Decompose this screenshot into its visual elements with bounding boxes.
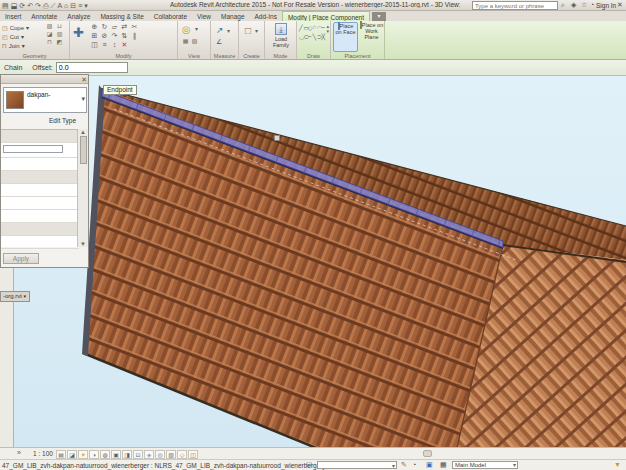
shadows-icon[interactable]: ◑	[89, 450, 99, 459]
create-group-icon[interactable]: □	[245, 25, 251, 36]
tab-analyze[interactable]: Analyze	[62, 11, 95, 21]
copy-icon[interactable]: ⊕	[90, 23, 99, 32]
sun-path-icon[interactable]: ☀	[78, 450, 88, 459]
filter-icon[interactable]: ▼	[614, 461, 621, 468]
beam-joins-icon[interactable]: ▥	[56, 31, 63, 38]
sign-in-button[interactable]: Sign In	[596, 2, 616, 9]
gray-inactive-icon[interactable]: ◔	[412, 461, 416, 468]
text-icon[interactable]: A	[57, 1, 62, 10]
unjoin-icon[interactable]: ⊓	[46, 39, 53, 46]
temporary-view-properties-icon[interactable]: ◇	[177, 450, 187, 459]
scale-icon[interactable]: ⇅	[120, 32, 129, 41]
join-button[interactable]: ⊓Join▾	[2, 41, 29, 50]
undo-icon[interactable]: ↶	[27, 1, 33, 10]
unpin-icon[interactable]: ◫	[90, 41, 99, 50]
detail-level-icon[interactable]: ▤	[56, 450, 66, 459]
property-value-input[interactable]	[3, 145, 63, 153]
cut-button[interactable]: ◰Cut▾	[2, 32, 29, 41]
status-bar-grip[interactable]	[423, 450, 432, 457]
property-row[interactable]	[1, 184, 79, 197]
close-icon[interactable]: ✕	[81, 75, 87, 84]
offset-input[interactable]	[56, 62, 128, 73]
property-row[interactable]	[1, 197, 79, 210]
menu-icon[interactable]: ▤	[2, 1, 9, 10]
offset-icon[interactable]: ⇄	[120, 23, 129, 32]
section-icon[interactable]: ⊟	[70, 1, 76, 10]
sync-icon[interactable]: ⟳	[19, 1, 25, 10]
design-option-dropdown[interactable]: Main Model▾	[452, 461, 518, 469]
active-workset-dropdown[interactable]: ▾	[317, 461, 397, 469]
editable-only-icon[interactable]: ✎	[401, 461, 407, 469]
hide-icon[interactable]: ▦	[182, 38, 189, 45]
crop-view-icon[interactable]: ▣	[111, 450, 121, 459]
communication-center-icon[interactable]: ◈	[571, 1, 576, 9]
tab-massing-site[interactable]: Massing & Site	[95, 11, 148, 21]
reveal-hidden-icon[interactable]: ◎	[155, 450, 165, 459]
property-row[interactable]	[1, 158, 79, 171]
tab-view[interactable]: View	[192, 11, 216, 21]
measure-tool-icon[interactable]: ↗	[216, 25, 224, 35]
qat-customize-icon[interactable]: ▾	[84, 1, 88, 10]
angle-icon[interactable]: ∠	[216, 38, 222, 46]
browser-expand-chevron[interactable]: »	[17, 449, 21, 456]
tab-insert[interactable]: Insert	[0, 11, 26, 21]
property-group-row[interactable]	[1, 223, 79, 236]
property-group-row[interactable]	[1, 171, 79, 184]
3d-view-icon[interactable]: ⌂	[64, 1, 68, 10]
redo-icon[interactable]: ↷	[35, 1, 41, 10]
temporary-hide-isolate-icon[interactable]: ◈	[144, 450, 154, 459]
search-input[interactable]	[472, 1, 558, 10]
override-icon[interactable]: ▧	[191, 38, 198, 45]
design-options-icon[interactable]: ▣	[426, 461, 433, 469]
property-group-row[interactable]	[1, 130, 79, 143]
show-crop-icon[interactable]: ◨	[122, 450, 132, 459]
draw-scroll-arrows[interactable]: ▴▾	[326, 24, 329, 34]
wall-joins-icon[interactable]: ◪	[46, 31, 53, 38]
trim-icon[interactable]: ⊘	[100, 32, 109, 41]
draw-cross-icon[interactable]: ╳	[322, 33, 327, 42]
worksharing-display-icon[interactable]: ▥	[166, 450, 176, 459]
delete-icon[interactable]: ✕	[120, 41, 129, 50]
tab-add-ins[interactable]: Add-Ins	[250, 11, 282, 21]
save-icon[interactable]: ⬓	[11, 1, 18, 10]
rotate-icon[interactable]: ↻	[100, 23, 109, 32]
chevron-down-icon[interactable]: ▾	[81, 95, 85, 103]
mirror-icon[interactable]: ▱	[110, 23, 119, 32]
match-icon[interactable]: ≡	[100, 41, 109, 50]
demolish-icon[interactable]: ⊔	[56, 23, 63, 30]
drawing-area-3d-view[interactable]: Endpoint	[14, 76, 626, 447]
rendering-icon[interactable]: ◍	[100, 450, 110, 459]
scrollbar-thumb[interactable]	[80, 136, 87, 164]
align-icon[interactable]: ⊞	[90, 32, 99, 41]
property-row[interactable]	[1, 236, 79, 249]
search-icon[interactable]: ⌕	[561, 1, 565, 9]
cope-button[interactable]: ◳Cope▾	[2, 23, 29, 32]
split-icon[interactable]: ✂	[130, 23, 139, 32]
pin-icon[interactable]: ∥	[130, 32, 139, 41]
type-selector[interactable]: dakpan- ▾	[3, 87, 87, 113]
properties-header[interactable]: ✕	[1, 75, 88, 84]
array-icon[interactable]: ↷	[110, 32, 119, 41]
tab-manage[interactable]: Manage	[216, 11, 250, 21]
tab-modify-place-component[interactable]: Modify | Place Component	[282, 11, 370, 21]
extend-icon[interactable]: ↕	[110, 41, 119, 50]
edit-type-button[interactable]: Edit Type	[49, 117, 76, 124]
visual-style-icon[interactable]: ◪	[67, 450, 77, 459]
move-icon[interactable]: ✚	[73, 25, 84, 40]
paint-icon[interactable]: ▨	[46, 23, 53, 30]
close-icon[interactable]: ✕	[617, 1, 623, 9]
chain-label[interactable]: Chain	[4, 64, 22, 71]
lock-3d-view-icon[interactable]: ⊡	[133, 450, 143, 459]
properties-scrollbar[interactable]: ▲▼	[77, 129, 88, 247]
place-on-work-plane-button[interactable]: Place on Work Plane	[359, 22, 384, 52]
remove-paint-icon[interactable]: ◩	[56, 39, 63, 46]
place-on-face-button[interactable]: Place on Face	[333, 22, 358, 52]
worksets-icon[interactable]: ⛁	[306, 461, 312, 469]
measure-icon[interactable]: ⟋	[50, 1, 55, 10]
favorites-star-icon[interactable]: ☆	[581, 1, 587, 9]
tab-collaborate[interactable]: Collaborate	[149, 11, 192, 21]
print-icon[interactable]: ⎙	[43, 1, 49, 10]
thin-lines-icon[interactable]: ≡	[78, 1, 82, 10]
ribbon-state-toggle[interactable]: ▾	[372, 12, 386, 21]
draw-spline-icon[interactable]: ~	[322, 24, 327, 33]
